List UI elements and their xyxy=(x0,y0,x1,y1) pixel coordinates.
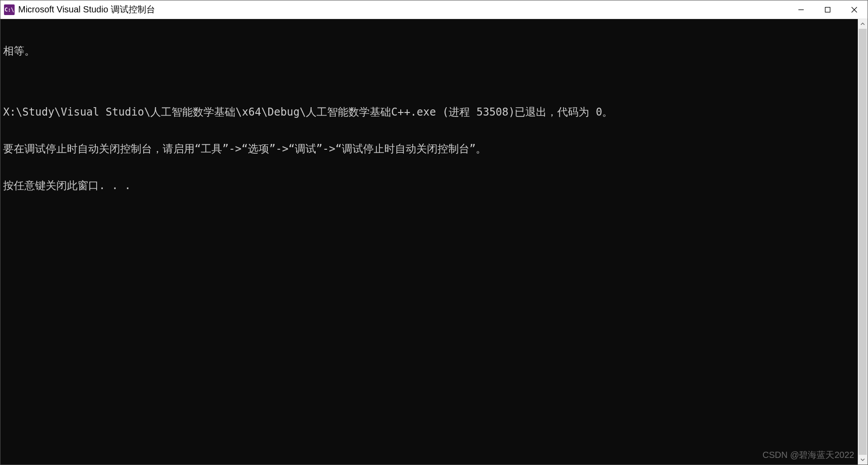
app-icon: C:\ xyxy=(4,4,15,15)
window-title: Microsoft Visual Studio 调试控制台 xyxy=(18,4,788,16)
vertical-scrollbar[interactable] xyxy=(858,19,868,465)
app-window: C:\ Microsoft Visual Studio 调试控制台 相等。 X:… xyxy=(0,0,868,465)
console-line: 相等。 xyxy=(3,45,855,58)
chevron-up-icon xyxy=(860,22,865,26)
console-line: 按任意键关闭此窗口. . . xyxy=(3,180,855,192)
console-output[interactable]: 相等。 X:\Study\Visual Studio\人工智能数学基础\x64\… xyxy=(0,19,858,465)
console-area: 相等。 X:\Study\Visual Studio\人工智能数学基础\x64\… xyxy=(0,19,868,465)
close-icon xyxy=(851,7,857,13)
console-line: X:\Study\Visual Studio\人工智能数学基础\x64\Debu… xyxy=(3,106,855,119)
console-line: 要在调试停止时自动关闭控制台，请启用“工具”->“选项”->“调试”->“调试停… xyxy=(3,143,855,155)
svg-rect-1 xyxy=(825,7,830,12)
maximize-icon xyxy=(825,7,831,13)
titlebar[interactable]: C:\ Microsoft Visual Studio 调试控制台 xyxy=(0,0,868,19)
app-icon-text: C:\ xyxy=(4,7,14,13)
window-controls xyxy=(788,0,868,19)
minimize-icon xyxy=(798,7,804,13)
scrollbar-thumb[interactable] xyxy=(859,29,867,455)
close-button[interactable] xyxy=(841,0,868,19)
minimize-button[interactable] xyxy=(788,0,814,19)
scrollbar-track[interactable] xyxy=(858,29,868,455)
scroll-down-button[interactable] xyxy=(858,455,868,465)
scroll-up-button[interactable] xyxy=(858,19,868,29)
maximize-button[interactable] xyxy=(814,0,841,19)
chevron-down-icon xyxy=(860,457,865,462)
